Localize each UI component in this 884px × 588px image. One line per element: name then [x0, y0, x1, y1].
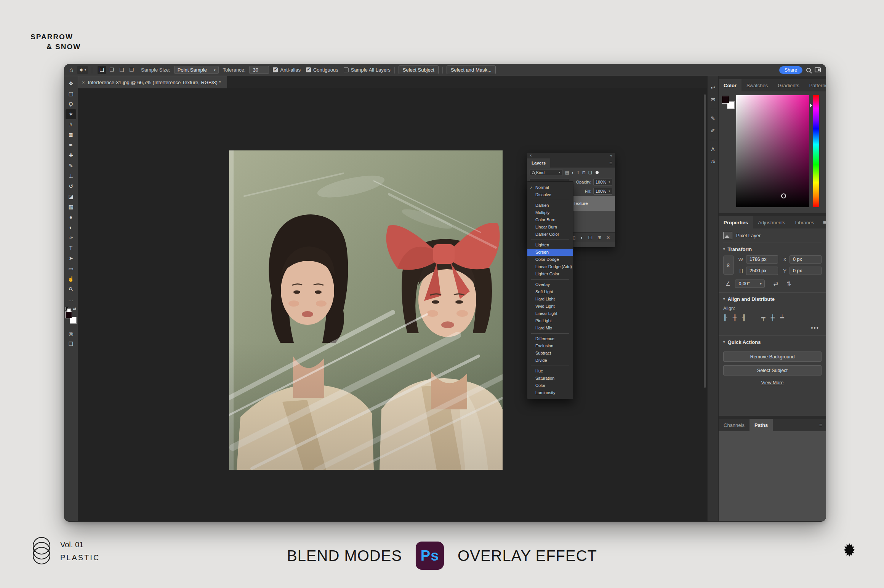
document-tab[interactable]: × Interference-31.jpg @ 66,7% (Interfere…	[78, 76, 227, 88]
filter-shape-layers-icon[interactable]: ⊡	[582, 170, 586, 175]
transform-section-header[interactable]: ▾ Transform	[723, 243, 822, 255]
search-icon[interactable]	[806, 68, 811, 72]
blend-mode-option-pin-light[interactable]: Pin Light	[527, 317, 573, 324]
blend-mode-option-normal[interactable]: ✓Normal	[527, 184, 573, 191]
zoom-tool[interactable]: ⚲	[66, 284, 76, 294]
more-tools[interactable]: …	[66, 294, 76, 304]
properties-panel-menu-icon[interactable]: ≡	[819, 216, 826, 228]
remove-background-button[interactable]: Remove Background	[723, 352, 822, 362]
blend-mode-option-multiply[interactable]: Multiply	[527, 209, 573, 216]
view-more-link[interactable]: View More	[723, 380, 822, 385]
anti-alias-checkbox[interactable]: Anti-alias	[273, 67, 300, 73]
blend-mode-option-darken[interactable]: Darken	[527, 202, 573, 209]
color-cursor[interactable]	[781, 193, 786, 198]
blend-mode-option-vivid-light[interactable]: Vivid Light	[527, 303, 573, 310]
filter-type-layers-icon[interactable]: T	[577, 170, 580, 175]
dodge-tool[interactable]: ◐	[66, 222, 76, 232]
blend-mode-option-dissolve[interactable]: Dissolve	[527, 191, 573, 198]
blend-mode-option-divide[interactable]: Divide	[527, 357, 573, 364]
align-more-icon[interactable]: •••	[723, 321, 822, 331]
hue-slider[interactable]	[813, 95, 819, 207]
anti-alias-checkbox-box[interactable]	[273, 67, 278, 72]
layers-panel-menu-icon[interactable]: ≡	[606, 158, 615, 168]
frame-tool[interactable]: ⊠	[66, 130, 76, 140]
filter-adjustment-layers-icon[interactable]: ◐	[572, 170, 574, 175]
screen-mode[interactable]: ❐	[66, 339, 76, 349]
swap-colors-icon[interactable]: ⇄	[73, 307, 76, 310]
intersect-selection-icon[interactable]: ❒	[127, 66, 136, 74]
eyedropper-tool[interactable]: ✒	[66, 140, 76, 150]
character-styles-icon[interactable]: Tk	[707, 155, 719, 168]
new-group-icon[interactable]: ❒	[588, 235, 593, 240]
share-button[interactable]: Share	[779, 66, 802, 74]
crop-tool[interactable]: #	[66, 120, 76, 129]
y-input[interactable]: 0 px	[790, 267, 822, 275]
canvas-scrollbar[interactable]	[704, 94, 706, 388]
color-tab-patterns[interactable]: Patterns	[804, 79, 826, 91]
sample-all-layers-checkbox-box[interactable]	[344, 67, 349, 72]
layer-filter-select[interactable]: Kind	[530, 169, 562, 176]
align-left-icon[interactable]: ╟	[723, 314, 727, 321]
eraser-tool[interactable]: ◪	[66, 192, 76, 201]
version-history-icon[interactable]: ↩	[707, 81, 719, 94]
brush-settings-icon[interactable]: ✎	[707, 112, 719, 125]
color-tab-gradients[interactable]: Gradients	[773, 79, 804, 91]
home-icon[interactable]	[69, 66, 73, 74]
foreground-color-swatch[interactable]	[65, 312, 72, 318]
quick-actions-section-header[interactable]: ▾ Quick Actions	[723, 336, 822, 348]
type-tool[interactable]: T	[66, 243, 76, 253]
select-subject-button[interactable]: Select Subject	[723, 365, 822, 375]
brushes-icon[interactable]: ✐	[707, 125, 719, 137]
hand-tool[interactable]: ☝	[66, 274, 76, 284]
blend-mode-option-subtract[interactable]: Subtract	[527, 350, 573, 357]
properties-tab-adjustments[interactable]: Adjustments	[753, 216, 790, 228]
contiguous-checkbox[interactable]: Contiguous	[306, 67, 338, 73]
filter-toggle-pin[interactable]	[596, 171, 599, 174]
width-input[interactable]: 1786 px	[746, 255, 778, 264]
contiguous-checkbox-box[interactable]	[306, 67, 311, 72]
blend-mode-option-hard-light[interactable]: Hard Light	[527, 296, 573, 303]
toolbar-color-swatches[interactable]	[65, 312, 77, 324]
properties-tab-libraries[interactable]: Libraries	[790, 216, 819, 228]
select-and-mask-button[interactable]: Select and Mask...	[447, 66, 496, 74]
blend-mode-option-saturation[interactable]: Saturation	[527, 375, 573, 382]
pen-tool[interactable]: ✑	[66, 233, 76, 243]
blend-mode-option-luminosity[interactable]: Luminosity	[527, 389, 573, 396]
blend-mode-option-linear-light[interactable]: Linear Light	[527, 310, 573, 317]
blend-mode-option-exclusion[interactable]: Exclusion	[527, 342, 573, 350]
angle-input[interactable]: 0,00° ▾	[735, 280, 765, 288]
filter-pixel-layers-icon[interactable]: ▤	[565, 170, 569, 175]
tab-close-icon[interactable]: ×	[82, 80, 85, 85]
hue-slider-marker[interactable]	[810, 104, 812, 107]
delete-layer-icon[interactable]: ✕	[606, 235, 610, 240]
clone-stamp-tool[interactable]: ⊥	[66, 171, 76, 181]
foreground-color-swatch[interactable]	[722, 96, 729, 104]
blend-mode-option-color[interactable]: Color	[527, 382, 573, 389]
color-tab-swatches[interactable]: Swatches	[741, 79, 773, 91]
move-tool[interactable]: ✥	[66, 78, 76, 88]
paragraph-styles-icon[interactable]: A	[707, 143, 719, 155]
align-bottom-icon[interactable]: ╧	[780, 314, 784, 321]
healing-brush-tool[interactable]: ✚	[66, 150, 76, 160]
add-selection-icon[interactable]: ❐	[107, 66, 116, 74]
sample-all-layers-checkbox[interactable]: Sample All Layers	[344, 67, 391, 73]
color-tab-color[interactable]: Color	[719, 79, 741, 91]
blend-mode-option-overlay[interactable]: Overlay	[527, 281, 573, 288]
active-tool-indicator[interactable]: ▾	[77, 66, 88, 74]
gradient-tool[interactable]: ▧	[66, 202, 76, 212]
x-input[interactable]: 0 px	[790, 255, 822, 264]
adjustment-layer-icon[interactable]: ◐	[581, 235, 583, 240]
filter-smart-objects-icon[interactable]: ❏	[588, 170, 592, 175]
align-right-icon[interactable]: ╢	[742, 314, 746, 321]
blend-mode-option-hue[interactable]: Hue	[527, 368, 573, 375]
blend-mode-option-difference[interactable]: Difference	[527, 335, 573, 342]
bottom-panel-menu-icon[interactable]: ≡	[815, 419, 826, 431]
blend-mode-option-soft-light[interactable]: Soft Light	[527, 288, 573, 296]
blend-mode-option-linear-burn[interactable]: Linear Burn	[527, 224, 573, 231]
brush-tool[interactable]: ✎	[66, 161, 76, 171]
workspace-icon[interactable]	[815, 67, 821, 72]
shape-tool[interactable]: ▭	[66, 264, 76, 273]
opacity-value[interactable]: 100%	[593, 179, 612, 185]
blend-mode-option-lighten[interactable]: Lighten	[527, 241, 573, 249]
new-selection-icon[interactable]: ❏	[98, 66, 106, 74]
